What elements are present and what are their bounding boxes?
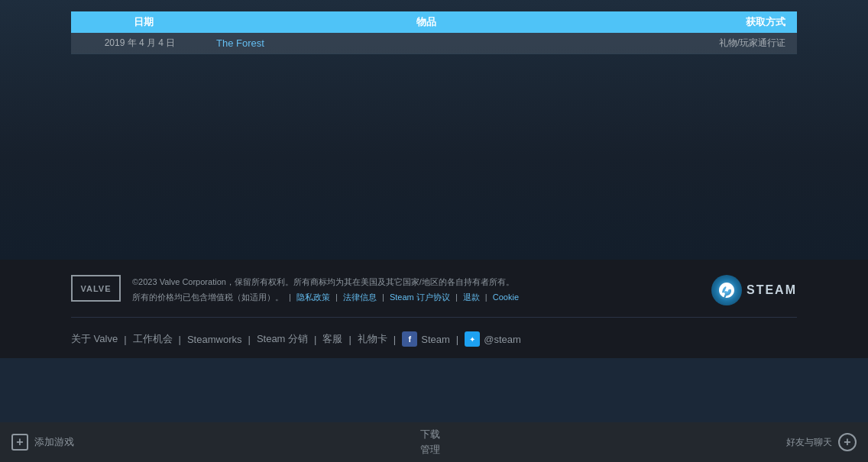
- main-content-area: 日期 物品 获取方式 2019 年 4 月 4 日 The Forest 礼物/…: [0, 0, 868, 260]
- cookie-link[interactable]: Cookie: [493, 292, 519, 302]
- twitter-icon: ✦: [465, 331, 480, 347]
- row-date: 2019 年 4 月 4 日: [71, 37, 209, 50]
- bottom-bar: + 添加游戏 下载 管理 好友与聊天 +: [0, 422, 868, 462]
- valve-logo: VALVE: [71, 275, 121, 302]
- facebook-icon: f: [402, 331, 417, 347]
- table-row: 2019 年 4 月 4 日 The Forest 礼物/玩家通行证: [71, 33, 797, 54]
- facebook-steam-link[interactable]: Steam: [421, 334, 450, 345]
- add-game-icon: +: [11, 434, 28, 451]
- friends-chat-add-button[interactable]: +: [838, 433, 857, 451]
- footer: VALVE ©2023 Valve Corporation，保留所有权利。所有商…: [0, 260, 868, 358]
- legal-link[interactable]: 法律信息: [343, 292, 377, 302]
- footer-copyright-text: ©2023 Valve Corporation，保留所有权利。所有商标均为其在美…: [132, 275, 519, 305]
- privacy-link[interactable]: 隐私政策: [296, 292, 330, 302]
- jobs-link[interactable]: 工作机会: [133, 332, 173, 346]
- gift-cards-link[interactable]: 礼物卡: [358, 332, 387, 346]
- steam-logo-right: STEAM: [711, 275, 797, 305]
- date-column-header: 日期: [71, 15, 209, 29]
- refund-link[interactable]: 退款: [463, 292, 480, 302]
- subscriber-link[interactable]: Steam 订户协议: [390, 292, 450, 302]
- add-game-label: 添加游戏: [34, 435, 74, 449]
- facebook-social: f Steam: [402, 331, 450, 347]
- item-column-header: 物品: [209, 15, 644, 29]
- download-section: 下载 管理: [420, 428, 440, 457]
- footer-top: VALVE ©2023 Valve Corporation，保留所有权利。所有商…: [71, 275, 797, 318]
- table-header: 日期 物品 获取方式: [71, 11, 797, 33]
- footer-nav: 关于 Valve | 工作机会 | Steamworks | Steam 分销 …: [71, 318, 797, 358]
- twitter-social: ✦ @steam: [465, 331, 521, 347]
- about-valve-link[interactable]: 关于 Valve: [71, 332, 118, 346]
- copyright-line1: ©2023 Valve Corporation，保留所有权利。所有商标均为其在美…: [132, 277, 514, 286]
- steam-distribution-link[interactable]: Steam 分销: [257, 332, 308, 346]
- friends-chat-section: 好友与聊天 +: [786, 433, 868, 451]
- steam-icon: [711, 275, 742, 305]
- row-method: 礼物/玩家通行证: [644, 37, 797, 50]
- download-label[interactable]: 下载: [420, 428, 440, 441]
- support-link[interactable]: 客服: [322, 332, 342, 346]
- steam-text: STEAM: [747, 283, 797, 297]
- row-item[interactable]: The Forest: [209, 37, 644, 49]
- footer-left: VALVE ©2023 Valve Corporation，保留所有权利。所有商…: [71, 275, 519, 305]
- add-game-button[interactable]: + 添加游戏: [0, 434, 74, 451]
- copyright-line2: 所有的价格均已包含增值税（如适用）。: [132, 292, 283, 302]
- twitter-steam-link[interactable]: @steam: [484, 334, 521, 345]
- friends-chat-label: 好友与聊天: [786, 436, 832, 449]
- footer-sep1: |: [289, 292, 291, 302]
- purchase-history-table: 日期 物品 获取方式 2019 年 4 月 4 日 The Forest 礼物/…: [71, 0, 797, 54]
- steamworks-link[interactable]: Steamworks: [187, 334, 242, 345]
- manage-label[interactable]: 管理: [420, 443, 440, 457]
- method-column-header: 获取方式: [644, 15, 797, 29]
